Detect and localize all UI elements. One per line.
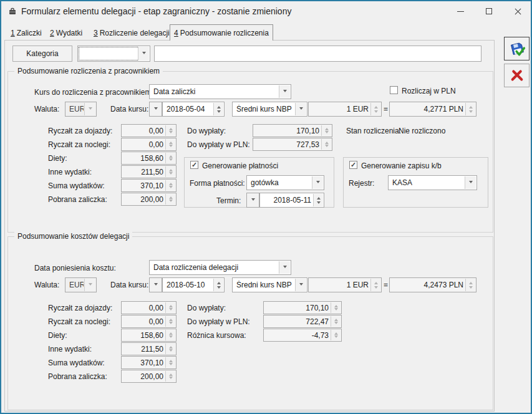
spinner[interactable] — [370, 103, 380, 115]
waluta-combobox[interactable]: EUR — [65, 102, 97, 117]
ryczalt-noclegi-field[interactable]: 0,00 — [121, 315, 177, 328]
suma-wydatkow-field[interactable]: 370,10 — [121, 356, 177, 369]
spinner[interactable] — [331, 330, 341, 340]
spinner[interactable] — [165, 139, 175, 150]
kurs-typ-combobox[interactable]: Średni kurs NBP — [232, 277, 307, 292]
tab-number: 1 — [11, 29, 15, 37]
spinner[interactable] — [165, 316, 175, 327]
cancel-button[interactable] — [504, 64, 530, 87]
rate-base-field[interactable]: 1 EUR — [308, 277, 382, 292]
pobrana-zaliczka-field[interactable]: 200,00 — [121, 370, 177, 383]
save-button[interactable] — [504, 37, 530, 60]
spinner[interactable] — [165, 166, 175, 177]
chevron-down-icon[interactable] — [138, 47, 149, 60]
spinner[interactable] — [213, 279, 223, 291]
termin-field[interactable]: 2018-05-11 — [259, 193, 324, 208]
spinner[interactable] — [313, 194, 323, 206]
tab-rozliczenie-delegacji[interactable]: 3Rozliczenie delegacji — [94, 29, 170, 37]
tab-wydatki[interactable]: 2Wydatki — [50, 29, 82, 37]
diety-field[interactable]: 158,60 — [121, 329, 177, 342]
maximize-button[interactable] — [475, 2, 503, 21]
spinner[interactable] — [165, 180, 175, 191]
kurs-rozliczenia-combobox[interactable]: Data zaliczki — [149, 84, 291, 99]
spinner[interactable] — [370, 279, 380, 291]
rejestr-combobox[interactable]: KASA — [388, 175, 477, 190]
tab-label: Wydatki — [56, 29, 83, 37]
do-wyplaty-value: 170,10 — [253, 127, 332, 135]
generowanie-zapisu-label: Generowanie zapisu k/b — [361, 161, 442, 171]
suma-wydatkow-field[interactable]: 370,10 — [121, 179, 177, 192]
rate-pln-field[interactable]: 4,2771 PLN — [389, 102, 476, 117]
do-wyplaty-field[interactable]: 170,10 — [263, 301, 342, 314]
chevron-down-icon[interactable] — [279, 261, 290, 274]
date-picker-button[interactable] — [149, 277, 162, 292]
chevron-down-icon[interactable] — [465, 176, 476, 189]
spinner[interactable] — [165, 344, 175, 354]
rate-pln-field[interactable]: 4,2473 PLN — [389, 277, 476, 292]
roznica-kursowa-label: Różnica kursowa: — [187, 330, 246, 340]
equals-sign: = — [384, 104, 388, 114]
minimize-button[interactable] — [446, 2, 475, 21]
spinner[interactable] — [331, 302, 341, 313]
spinner[interactable] — [165, 330, 175, 340]
generowanie-platnosci-label: Generowanie płatności — [202, 161, 278, 171]
do-wyplaty-pln-field[interactable]: 727,53 — [253, 138, 332, 151]
data-kursu-field[interactable]: 2018-05-04 — [162, 102, 225, 117]
kategoria-button[interactable]: Kategoria — [12, 46, 72, 62]
costs-summary-group-title: Podsumowanie kosztów delegacji — [14, 232, 132, 241]
amount-label: Ryczałt za noclegi: — [48, 317, 110, 327]
spinner[interactable] — [165, 153, 175, 163]
chevron-down-icon[interactable] — [295, 279, 306, 291]
window: Formularz elementu delegacji - etap zagr… — [0, 0, 532, 414]
employee-settlement-group-title: Podsumowanie rozliczenia z pracownikiem — [14, 67, 163, 75]
spinner[interactable] — [165, 194, 175, 205]
do-wyplaty-pln-field[interactable]: 722,47 — [263, 315, 342, 328]
inne-wydatki-field[interactable]: 211,50 — [121, 165, 177, 178]
ryczalt-dojazdy-field[interactable]: 0,00 — [121, 124, 177, 137]
rate-base-field[interactable]: 1 EUR — [308, 102, 382, 117]
diety-field[interactable]: 158,60 — [121, 152, 177, 165]
amount-label: Pobrana zaliczka: — [48, 372, 107, 382]
forma-platnosci-combobox[interactable]: gotówka — [246, 175, 324, 190]
spinner[interactable] — [165, 357, 175, 368]
roznica-kursowa-field[interactable]: -4,73 — [263, 329, 342, 342]
data-kursu-field[interactable]: 2018-05-10 — [162, 277, 225, 292]
close-button[interactable] — [503, 2, 532, 21]
spinner[interactable] — [165, 302, 175, 313]
date-picker-button[interactable] — [149, 102, 162, 117]
kurs-typ-combobox[interactable]: Średni kurs NBP — [232, 102, 307, 117]
do-wyplaty-label: Do wypłaty: — [187, 303, 226, 313]
spinner[interactable] — [213, 103, 223, 115]
tab-podsumowanie-rozliczenia[interactable]: 4Podsumowanie rozliczenia — [170, 24, 273, 41]
spinner[interactable] — [321, 125, 331, 136]
waluta-label: Waluta: — [34, 280, 59, 290]
rate-pln-value: 4,2771 PLN — [390, 105, 476, 113]
spinner[interactable] — [465, 103, 475, 115]
spinner[interactable] — [321, 139, 331, 150]
equals-sign: = — [384, 280, 388, 290]
ryczalt-dojazdy-field[interactable]: 0,00 — [121, 301, 177, 314]
waluta-combobox[interactable]: EUR — [65, 277, 97, 292]
generowanie-zapisu-checkbox[interactable]: ✓ — [349, 161, 357, 169]
date-picker-button[interactable] — [246, 193, 259, 208]
chevron-down-icon[interactable] — [279, 85, 290, 98]
ryczalt-noclegi-field[interactable]: 0,00 — [121, 138, 177, 151]
do-wyplaty-field[interactable]: 170,10 — [253, 124, 332, 137]
spinner[interactable] — [331, 316, 341, 327]
kategoria-combobox[interactable] — [77, 46, 150, 62]
rozliczaj-pln-checkbox[interactable] — [390, 86, 398, 94]
amount-label: Ryczałt za dojazdy: — [48, 126, 112, 136]
tab-zaliczki[interactable]: 1Zaliczki — [11, 29, 42, 37]
chevron-down-icon[interactable] — [295, 103, 306, 115]
spinner[interactable] — [465, 279, 475, 291]
generowanie-platnosci-checkbox[interactable]: ✓ — [190, 161, 198, 169]
spinner[interactable] — [165, 371, 175, 382]
waluta-value: EUR — [69, 105, 84, 113]
waluta-value: EUR — [69, 281, 84, 289]
data-poniesienia-combobox[interactable]: Data rozliczenia delegacji — [149, 260, 291, 275]
spinner[interactable] — [165, 125, 175, 136]
chevron-down-icon[interactable] — [312, 176, 323, 189]
inne-wydatki-field[interactable]: 211,50 — [121, 342, 177, 355]
pobrana-zaliczka-field[interactable]: 200,00 — [121, 193, 177, 206]
kategoria-description-input[interactable] — [154, 46, 481, 62]
